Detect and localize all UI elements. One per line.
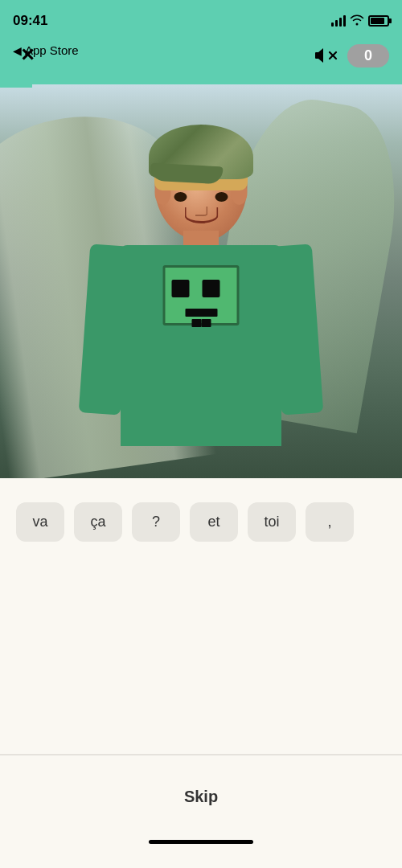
signal-icon: [331, 15, 346, 27]
signal-bar-1: [331, 23, 334, 27]
signal-bar-2: [335, 20, 338, 27]
score-badge: 0: [347, 44, 389, 68]
creeper-mouth: [185, 309, 217, 317]
creeper-mouth-bot-left: [191, 319, 201, 327]
signal-bar-3: [339, 18, 342, 27]
status-time: 09:41: [13, 13, 47, 29]
video-area: [0, 84, 402, 478]
mouth: [184, 207, 218, 223]
signal-bar-4: [343, 15, 346, 27]
eye-right: [215, 192, 228, 202]
mute-button[interactable]: [315, 47, 338, 64]
creeper-head: [163, 265, 240, 326]
nav-row: ✕ ◀ App Store 0: [13, 35, 389, 76]
person: [96, 108, 306, 478]
creeper-design: [163, 265, 240, 342]
word-chip-toi[interactable]: toi: [248, 502, 296, 542]
app-header: 09:41 ✕: [0, 0, 402, 84]
cap: [149, 125, 253, 179]
status-bar: 09:41: [13, 10, 389, 32]
exercise-area: va ça ? et toi , Skip: [0, 478, 402, 860]
back-label[interactable]: App Store: [25, 43, 79, 57]
wifi-icon: [350, 14, 364, 28]
word-chip-va[interactable]: va: [16, 502, 64, 542]
battery-icon: [368, 15, 389, 27]
battery-fill: [371, 18, 384, 24]
answer-area: [0, 550, 402, 755]
creeper-eyes: [172, 280, 220, 297]
word-chip-ca[interactable]: ça: [74, 502, 122, 542]
word-chip-question[interactable]: ?: [132, 502, 180, 542]
word-chips-container: va ça ? et toi ,: [0, 478, 402, 550]
creeper-eye-left: [172, 280, 190, 297]
mute-icon: [315, 47, 338, 64]
progress-bar: [0, 84, 32, 88]
shirt: [121, 245, 281, 446]
bottom-actions: Skip: [0, 755, 402, 860]
status-icons: [331, 14, 389, 28]
head: [149, 125, 253, 241]
word-chip-et[interactable]: et: [190, 502, 238, 542]
home-indicator: [149, 840, 253, 844]
skip-button[interactable]: Skip: [16, 772, 386, 822]
creeper-mouth-top: [185, 309, 217, 317]
creeper-mouth-bot-right: [201, 319, 211, 327]
back-chevron-icon: ◀: [13, 44, 22, 57]
nav-right: 0: [315, 44, 389, 68]
word-chip-comma[interactable]: ,: [306, 502, 354, 542]
eye-left: [174, 192, 187, 202]
creeper-eye-right: [203, 280, 220, 297]
